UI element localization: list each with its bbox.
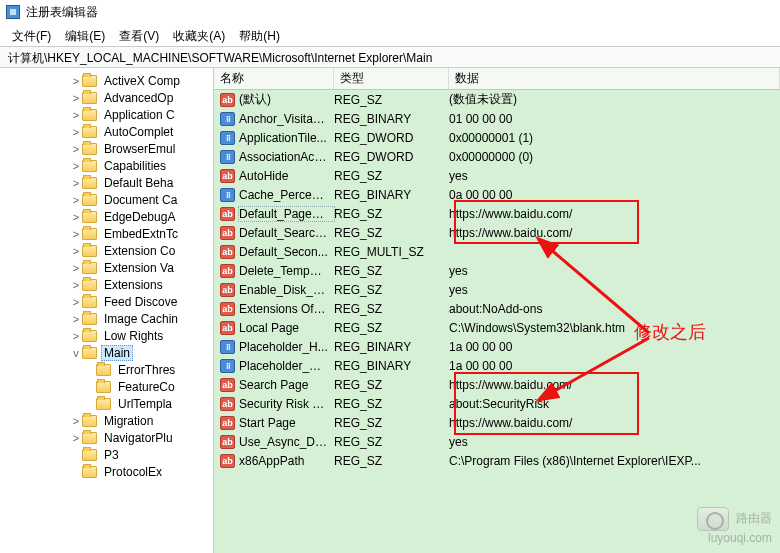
string-value-icon: [220, 245, 235, 259]
expander-icon[interactable]: >: [70, 75, 82, 87]
string-value-icon: [220, 397, 235, 411]
folder-icon: [82, 245, 97, 257]
value-row[interactable]: x86AppPathREG_SZC:\Program Files (x86)\I…: [214, 451, 780, 470]
tree-item[interactable]: UrlTempla: [0, 395, 213, 412]
menu-favorites[interactable]: 收藏夹(A): [167, 26, 231, 44]
string-value-icon: [220, 93, 235, 107]
tree-item[interactable]: >Capabilities: [0, 157, 213, 174]
binary-value-icon: [220, 150, 235, 164]
tree-item[interactable]: >Feed Discove: [0, 293, 213, 310]
tree-item[interactable]: ProtocolEx: [0, 463, 213, 480]
folder-icon: [82, 432, 97, 444]
tree-label: NavigatorPlu: [101, 431, 176, 445]
tree-item[interactable]: >Image Cachin: [0, 310, 213, 327]
menu-view[interactable]: 查看(V): [113, 26, 165, 44]
expander-icon[interactable]: >: [70, 262, 82, 274]
tree-label: EmbedExtnTc: [101, 227, 181, 241]
expander-icon[interactable]: >: [70, 313, 82, 325]
folder-icon: [82, 75, 97, 87]
expander-icon[interactable]: >: [70, 92, 82, 104]
string-value-icon: [220, 169, 235, 183]
menu-help[interactable]: 帮助(H): [233, 26, 286, 44]
tree-item[interactable]: >Migration: [0, 412, 213, 429]
annotation-box-bottom: [454, 372, 639, 435]
expander-icon[interactable]: >: [70, 245, 82, 257]
value-row[interactable]: Delete_Temp_F...REG_SZyes: [214, 261, 780, 280]
tree-item[interactable]: vMain: [0, 344, 213, 361]
tree-item[interactable]: >Default Beha: [0, 174, 213, 191]
menu-edit[interactable]: 编辑(E): [59, 26, 111, 44]
watermark-text: 路由器: [736, 511, 772, 525]
col-header-data[interactable]: 数据: [449, 68, 780, 89]
binary-value-icon: [220, 359, 235, 373]
tree-item[interactable]: >EdgeDebugA: [0, 208, 213, 225]
value-name: Default_Search...: [239, 226, 334, 240]
tree-item[interactable]: >Extensions: [0, 276, 213, 293]
tree-pane[interactable]: >ActiveX Comp>AdvancedOp>Application C>A…: [0, 68, 214, 553]
expander-icon[interactable]: >: [70, 194, 82, 206]
value-name: Placeholder_W...: [239, 359, 334, 373]
value-name: Search Page: [239, 378, 334, 392]
watermark-sub: luyouqi.com: [708, 531, 772, 545]
folder-icon: [82, 194, 97, 206]
value-row[interactable]: AssociationActi...REG_DWORD0x00000000 (0…: [214, 147, 780, 166]
folder-icon: [82, 466, 97, 478]
value-row[interactable]: (默认)REG_SZ(数值未设置): [214, 90, 780, 109]
tree-item[interactable]: >Low Rights: [0, 327, 213, 344]
value-type: REG_BINARY: [334, 359, 449, 373]
tree-item[interactable]: >EmbedExtnTc: [0, 225, 213, 242]
value-row[interactable]: AutoHideREG_SZyes: [214, 166, 780, 185]
menu-file[interactable]: 文件(F): [6, 26, 57, 44]
expander-icon[interactable]: >: [70, 330, 82, 342]
folder-icon: [82, 330, 97, 342]
tree-label: Extensions: [101, 278, 166, 292]
value-type: REG_MULTI_SZ: [334, 245, 449, 259]
tree-item[interactable]: P3: [0, 446, 213, 463]
tree-label: Feed Discove: [101, 295, 180, 309]
expander-icon[interactable]: >: [70, 160, 82, 172]
expander-icon[interactable]: >: [70, 177, 82, 189]
content-area: >ActiveX Comp>AdvancedOp>Application C>A…: [0, 68, 780, 553]
tree-item[interactable]: ErrorThres: [0, 361, 213, 378]
value-type: REG_BINARY: [334, 112, 449, 126]
expander-icon[interactable]: >: [70, 228, 82, 240]
value-type: REG_SZ: [334, 321, 449, 335]
tree-item[interactable]: >ActiveX Comp: [0, 72, 213, 89]
tree-label: BrowserEmul: [101, 142, 178, 156]
value-row[interactable]: Default_Secon...REG_MULTI_SZ: [214, 242, 780, 261]
expander-icon[interactable]: >: [70, 415, 82, 427]
value-row[interactable]: Anchor_Visitati...REG_BINARY01 00 00 00: [214, 109, 780, 128]
value-type: REG_SZ: [334, 283, 449, 297]
string-value-icon: [220, 226, 235, 240]
col-header-name[interactable]: 名称: [214, 68, 334, 89]
tree-item[interactable]: >Extension Co: [0, 242, 213, 259]
value-type: REG_BINARY: [334, 340, 449, 354]
expander-icon[interactable]: >: [70, 143, 82, 155]
folder-icon: [82, 109, 97, 121]
col-header-type[interactable]: 类型: [334, 68, 449, 89]
expander-icon[interactable]: >: [70, 109, 82, 121]
list-pane[interactable]: 名称 类型 数据 (默认)REG_SZ(数值未设置)Anchor_Visitat…: [214, 68, 780, 553]
tree-item[interactable]: FeatureCo: [0, 378, 213, 395]
expander-icon[interactable]: >: [70, 211, 82, 223]
tree-item[interactable]: >AutoComplet: [0, 123, 213, 140]
value-row[interactable]: Extensions Off ...REG_SZabout:NoAdd-ons: [214, 299, 780, 318]
expander-icon[interactable]: >: [70, 126, 82, 138]
tree-item[interactable]: >BrowserEmul: [0, 140, 213, 157]
expander-icon[interactable]: >: [70, 279, 82, 291]
expander-icon[interactable]: >: [70, 432, 82, 444]
value-name: Local Page: [239, 321, 334, 335]
expander-icon[interactable]: >: [70, 296, 82, 308]
tree-label: Image Cachin: [101, 312, 181, 326]
expander-icon[interactable]: v: [70, 347, 82, 359]
tree-item[interactable]: >Application C: [0, 106, 213, 123]
tree-item[interactable]: >Document Ca: [0, 191, 213, 208]
value-row[interactable]: Enable_Disk_C...REG_SZyes: [214, 280, 780, 299]
tree-item[interactable]: >AdvancedOp: [0, 89, 213, 106]
address-bar[interactable]: 计算机\HKEY_LOCAL_MACHINE\SOFTWARE\Microsof…: [0, 46, 780, 68]
tree-item[interactable]: >NavigatorPlu: [0, 429, 213, 446]
value-type: REG_SZ: [334, 378, 449, 392]
value-row[interactable]: ApplicationTile...REG_DWORD0x00000001 (1…: [214, 128, 780, 147]
tree-item[interactable]: >Extension Va: [0, 259, 213, 276]
value-type: REG_SZ: [334, 435, 449, 449]
